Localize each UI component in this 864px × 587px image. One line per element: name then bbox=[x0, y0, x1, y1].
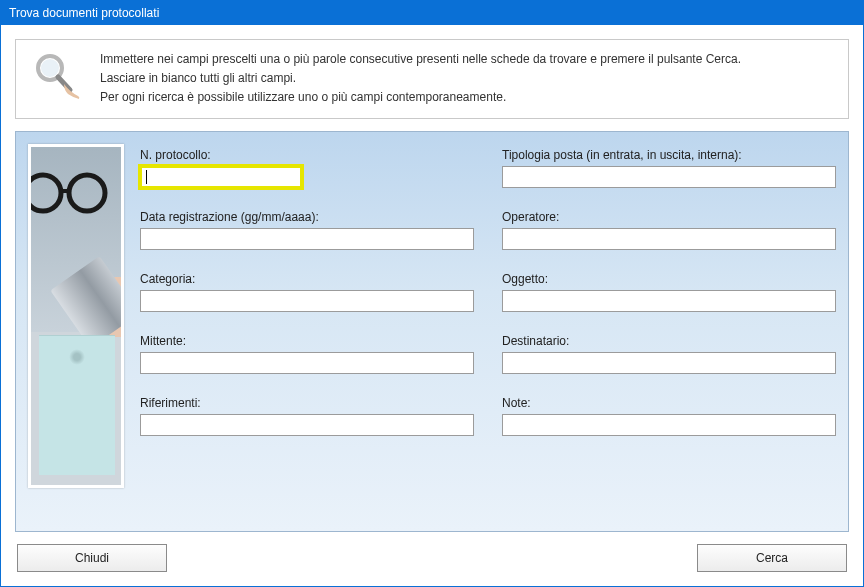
input-tipologia-posta[interactable] bbox=[502, 166, 836, 188]
svg-line-2 bbox=[58, 77, 70, 90]
input-oggetto[interactable] bbox=[502, 290, 836, 312]
instruction-text: Immettere nei campi prescelti una o più … bbox=[100, 50, 741, 108]
field-n-protocollo: N. protocollo: bbox=[140, 148, 474, 188]
field-tipologia-posta: Tipologia posta (in entrata, in uscita, … bbox=[502, 148, 836, 188]
field-note: Note: bbox=[502, 396, 836, 436]
field-operatore: Operatore: bbox=[502, 210, 836, 250]
field-mittente: Mittente: bbox=[140, 334, 474, 374]
search-window: Trova documenti protocollati Immettere n… bbox=[0, 0, 864, 587]
button-row: Chiudi Cerca bbox=[15, 544, 849, 572]
input-mittente[interactable] bbox=[140, 352, 474, 374]
input-data-registrazione[interactable] bbox=[140, 228, 474, 250]
field-destinatario: Destinatario: bbox=[502, 334, 836, 374]
search-button[interactable]: Cerca bbox=[697, 544, 847, 572]
close-button[interactable]: Chiudi bbox=[17, 544, 167, 572]
label-data-registrazione: Data registrazione (gg/mm/aaaa): bbox=[140, 210, 474, 224]
input-note[interactable] bbox=[502, 414, 836, 436]
instruction-line-1: Immettere nei campi prescelti una o più … bbox=[100, 50, 741, 69]
fields-grid: N. protocollo: Tipologia posta (in entra… bbox=[140, 144, 836, 519]
svg-point-1 bbox=[41, 59, 59, 77]
instruction-panel: Immettere nei campi prescelti una o più … bbox=[15, 39, 849, 119]
field-categoria: Categoria: bbox=[140, 272, 474, 312]
label-categoria: Categoria: bbox=[140, 272, 474, 286]
input-riferimenti[interactable] bbox=[140, 414, 474, 436]
form-panel: N. protocollo: Tipologia posta (in entra… bbox=[15, 131, 849, 532]
label-destinatario: Destinatario: bbox=[502, 334, 836, 348]
label-riferimenti: Riferimenti: bbox=[140, 396, 474, 410]
magnifier-icon bbox=[30, 50, 80, 100]
label-n-protocollo: N. protocollo: bbox=[140, 148, 474, 162]
input-n-protocollo[interactable] bbox=[140, 166, 302, 188]
label-note: Note: bbox=[502, 396, 836, 410]
input-operatore[interactable] bbox=[502, 228, 836, 250]
content-area: Immettere nei campi prescelti una o più … bbox=[1, 25, 863, 586]
field-data-registrazione: Data registrazione (gg/mm/aaaa): bbox=[140, 210, 474, 250]
field-riferimenti: Riferimenti: bbox=[140, 396, 474, 436]
label-oggetto: Oggetto: bbox=[502, 272, 836, 286]
svg-point-4 bbox=[69, 175, 105, 211]
window-title: Trova documenti protocollati bbox=[9, 6, 159, 20]
label-operatore: Operatore: bbox=[502, 210, 836, 224]
instruction-line-3: Per ogni ricerca è possibile utilizzare … bbox=[100, 88, 741, 107]
instruction-line-2: Lasciare in bianco tutti gli altri campi… bbox=[100, 69, 741, 88]
input-categoria[interactable] bbox=[140, 290, 474, 312]
decorative-image bbox=[28, 144, 124, 488]
titlebar: Trova documenti protocollati bbox=[1, 1, 863, 25]
svg-point-3 bbox=[28, 175, 61, 211]
label-mittente: Mittente: bbox=[140, 334, 474, 348]
label-tipologia-posta: Tipologia posta (in entrata, in uscita, … bbox=[502, 148, 836, 162]
field-oggetto: Oggetto: bbox=[502, 272, 836, 312]
input-destinatario[interactable] bbox=[502, 352, 836, 374]
